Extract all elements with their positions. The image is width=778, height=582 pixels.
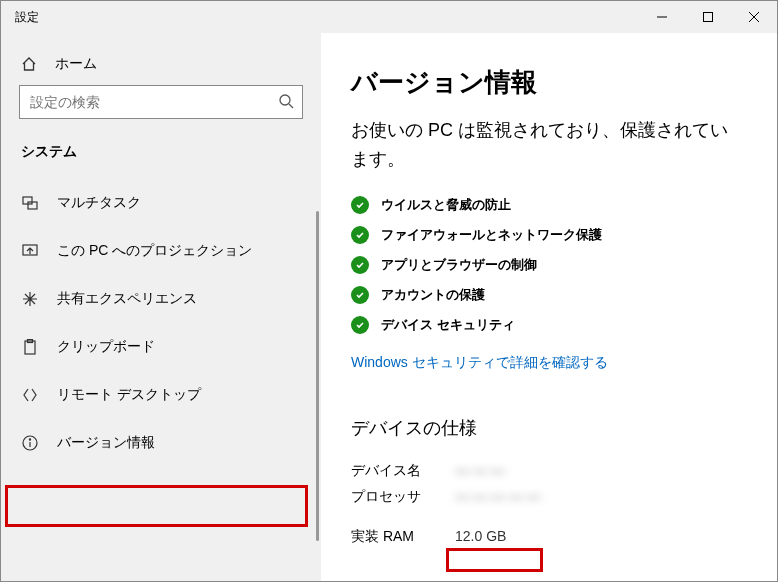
multitask-icon — [21, 194, 39, 212]
main-content: バージョン情報 お使いの PC は監視されており、保護されています。 ウイルスと… — [321, 33, 777, 581]
spec-row-device-name: デバイス名 — — — — [351, 458, 745, 484]
sidebar-item-label: バージョン情報 — [57, 434, 155, 452]
sidebar-item-label: クリップボード — [57, 338, 155, 356]
titlebar: 設定 — [1, 1, 777, 33]
spec-label: プロセッサ — [351, 488, 455, 506]
security-item-label: アカウントの保護 — [381, 286, 485, 304]
security-item-device: デバイス セキュリティ — [351, 310, 745, 340]
sidebar-section-label: システム — [1, 129, 321, 179]
security-item-label: アプリとブラウザーの制御 — [381, 256, 537, 274]
search-input[interactable] — [28, 93, 278, 111]
minimize-button[interactable] — [639, 1, 685, 33]
security-item-app-browser: アプリとブラウザーの制御 — [351, 250, 745, 280]
window-controls — [639, 1, 777, 33]
spec-value-redacted: — — — — [455, 462, 505, 480]
check-icon — [351, 196, 369, 214]
sidebar-item-about[interactable]: バージョン情報 — [1, 419, 321, 467]
sidebar-item-remote-desktop[interactable]: リモート デスクトップ — [1, 371, 321, 419]
spec-value-redacted: — — — — — — [455, 488, 541, 506]
maximize-button[interactable] — [685, 1, 731, 33]
sidebar-item-label: この PC へのプロジェクション — [57, 242, 252, 260]
security-item-firewall: ファイアウォールとネットワーク保護 — [351, 220, 745, 250]
sidebar-item-label: リモート デスクトップ — [57, 386, 201, 404]
sidebar: ホーム システム マルチタスク この PC へのプロジェクション — [1, 33, 321, 581]
sidebar-item-clipboard[interactable]: クリップボード — [1, 323, 321, 371]
security-item-label: ウイルスと脅威の防止 — [381, 196, 511, 214]
check-icon — [351, 286, 369, 304]
spec-label: デバイス名 — [351, 462, 455, 480]
remote-desktop-icon — [21, 386, 39, 404]
search-box[interactable] — [19, 85, 303, 119]
check-icon — [351, 226, 369, 244]
page-title: バージョン情報 — [351, 65, 745, 100]
spec-label: 実装 RAM — [351, 528, 455, 546]
protection-status-text: お使いの PC は監視されており、保護されています。 — [351, 116, 745, 174]
search-icon — [278, 93, 294, 112]
device-spec-heading: デバイスの仕様 — [351, 416, 745, 440]
check-icon — [351, 256, 369, 274]
sidebar-item-shared-exp[interactable]: 共有エクスペリエンス — [1, 275, 321, 323]
sidebar-item-multitask[interactable]: マルチタスク — [1, 179, 321, 227]
security-item-label: ファイアウォールとネットワーク保護 — [381, 226, 602, 244]
check-icon — [351, 316, 369, 334]
sidebar-item-label: 共有エクスペリエンス — [57, 290, 197, 308]
spec-row-ram: 実装 RAM 12.0 GB — [351, 524, 745, 550]
annotation-highlight-about — [5, 485, 308, 527]
spec-value-ram: 12.0 GB — [455, 528, 506, 546]
security-details-link[interactable]: Windows セキュリティで詳細を確認する — [351, 354, 745, 372]
projection-icon — [21, 242, 39, 260]
svg-line-5 — [289, 104, 293, 108]
svg-point-4 — [280, 95, 290, 105]
shared-exp-icon — [21, 290, 39, 308]
sidebar-item-projection[interactable]: この PC へのプロジェクション — [1, 227, 321, 275]
security-item-label: デバイス セキュリティ — [381, 316, 515, 334]
security-item-virus: ウイルスと脅威の防止 — [351, 190, 745, 220]
home-icon — [21, 56, 37, 72]
svg-rect-1 — [704, 13, 713, 22]
window-title: 設定 — [15, 9, 39, 26]
annotation-highlight-ram — [446, 548, 543, 572]
clipboard-icon — [21, 338, 39, 356]
home-label: ホーム — [55, 55, 97, 73]
security-item-account: アカウントの保護 — [351, 280, 745, 310]
home-nav[interactable]: ホーム — [1, 43, 321, 85]
info-icon — [21, 434, 39, 452]
sidebar-item-label: マルチタスク — [57, 194, 141, 212]
close-button[interactable] — [731, 1, 777, 33]
spec-row-processor: プロセッサ — — — — — — [351, 484, 745, 510]
svg-point-13 — [29, 439, 30, 440]
sidebar-scrollbar[interactable] — [316, 211, 319, 541]
